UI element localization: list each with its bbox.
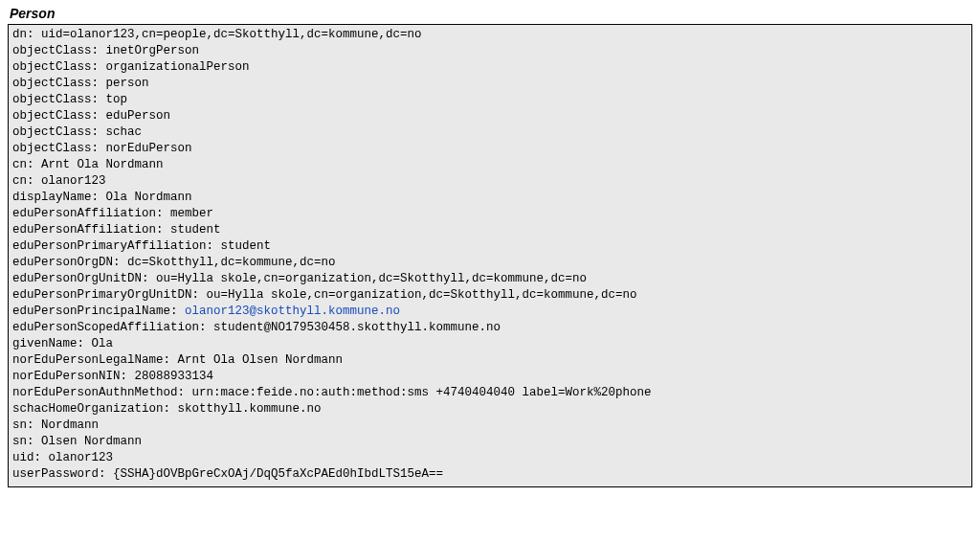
ldif-value: Ola Nordmann: [106, 191, 192, 204]
ldif-value: Arnt Ola Nordmann: [41, 158, 164, 171]
ldif-line: norEduPersonAuthnMethod: urn:mace:feide.…: [12, 385, 968, 401]
ldif-value: eduPerson: [106, 109, 171, 123]
ldif-value: skotthyll.kommune.no: [178, 402, 322, 416]
ldif-line: cn: Arnt Ola Nordmann: [12, 157, 968, 173]
ldif-key: givenName: [12, 337, 78, 350]
ldif-line: eduPersonPrincipalName: olanor123@skotth…: [12, 304, 968, 320]
ldif-line: objectClass: inetOrgPerson: [12, 43, 968, 59]
ldif-key: objectClass: [12, 109, 92, 123]
ldif-value: inetOrgPerson: [106, 44, 200, 57]
ldif-value: Olsen Nordmann: [41, 435, 142, 448]
ldif-line: objectClass: eduPerson: [12, 108, 968, 124]
ldif-line: eduPersonOrgUnitDN: ou=Hylla skole,cn=or…: [12, 271, 968, 287]
ldif-value: olanor123: [49, 451, 114, 464]
ldif-key: eduPersonScopedAffiliation: [12, 321, 199, 334]
ldif-value: student@NO179530458.skotthyll.kommune.no: [213, 321, 501, 334]
ldif-line: norEduPersonLegalName: Arnt Ola Olsen No…: [12, 352, 968, 369]
ldif-key: sn: [12, 435, 27, 448]
ldif-value: urn:mace:feide.no:auth:method:sms +47404…: [192, 386, 652, 399]
ldif-key: userPassword: [12, 467, 99, 481]
ldif-value: student: [170, 223, 221, 237]
ldif-key: displayName: [12, 191, 92, 204]
ldif-line: schacHomeOrganization: skotthyll.kommune…: [12, 401, 968, 418]
ldif-key: objectClass: [12, 93, 92, 106]
ldif-key: eduPersonPrincipalName: [12, 305, 170, 318]
ldif-line: objectClass: organizationalPerson: [12, 59, 968, 76]
ldif-key: eduPersonOrgDN: [12, 256, 113, 269]
ldif-key: objectClass: [12, 60, 92, 74]
ldif-line: uid: olanor123: [12, 450, 968, 466]
ldif-line: norEduPersonNIN: 28088933134: [12, 369, 968, 385]
ldif-value: Arnt Ola Olsen Nordmann: [178, 353, 344, 367]
ldif-key: norEduPersonNIN: [12, 370, 121, 383]
ldif-value: member: [170, 207, 213, 220]
ldif-key: objectClass: [12, 142, 92, 155]
ldif-key: objectClass: [12, 125, 92, 139]
ldif-line: displayName: Ola Nordmann: [12, 190, 968, 206]
ldif-line: eduPersonScopedAffiliation: student@NO17…: [12, 320, 968, 336]
ldif-line: eduPersonPrimaryOrgUnitDN: ou=Hylla skol…: [12, 287, 968, 304]
ldif-value: top: [106, 93, 128, 106]
ldif-line: objectClass: norEduPerson: [12, 141, 968, 157]
ldif-value: 28088933134: [135, 370, 214, 383]
ldif-line: objectClass: top: [12, 92, 968, 108]
ldif-key: eduPersonPrimaryAffiliation: [12, 239, 207, 253]
ldif-line: userPassword: {SSHA}dOVBpGreCxOAj/DqQ5fa…: [12, 466, 968, 483]
ldif-line: eduPersonAffiliation: member: [12, 206, 968, 222]
ldif-value: ou=Hylla skole,cn=organization,dc=Skotth…: [156, 272, 587, 285]
ldif-value: schac: [106, 125, 143, 139]
ldif-value: Ola: [92, 337, 114, 350]
ldif-key: schacHomeOrganization: [12, 402, 164, 416]
section-heading: Person: [10, 6, 972, 21]
ldif-key: dn: [12, 28, 27, 41]
ldif-value: olanor123: [41, 174, 106, 188]
ldif-value: norEduPerson: [106, 142, 192, 155]
ldif-value: person: [106, 77, 149, 90]
ldif-key: eduPersonOrgUnitDN: [12, 272, 142, 285]
ldif-line: objectClass: schac: [12, 124, 968, 141]
ldif-key: objectClass: [12, 44, 92, 57]
ldif-key: eduPersonAffiliation: [12, 223, 156, 237]
ldif-key: objectClass: [12, 77, 92, 90]
ldif-line: eduPersonOrgDN: dc=Skotthyll,dc=kommune,…: [12, 255, 968, 271]
ldif-key: sn: [12, 418, 27, 432]
ldif-line: eduPersonPrimaryAffiliation: student: [12, 238, 968, 255]
ldif-line: cn: olanor123: [12, 173, 968, 190]
ldif-entry-box: dn: uid=olanor123,cn=people,dc=Skotthyll…: [8, 24, 972, 487]
ldif-value: uid=olanor123,cn=people,dc=Skotthyll,dc=…: [41, 28, 422, 41]
ldif-line: objectClass: person: [12, 76, 968, 92]
ldif-key: eduPersonPrimaryOrgUnitDN: [12, 288, 192, 302]
ldif-line: sn: Nordmann: [12, 418, 968, 434]
ldif-key: norEduPersonAuthnMethod: [12, 386, 178, 399]
ldif-value: organizationalPerson: [106, 60, 250, 74]
ldif-line: eduPersonAffiliation: student: [12, 222, 968, 238]
ldif-key: uid: [12, 451, 34, 464]
ldif-value: student: [221, 239, 272, 253]
ldif-line: dn: uid=olanor123,cn=people,dc=Skotthyll…: [12, 27, 968, 43]
ldif-line: givenName: Ola: [12, 336, 968, 352]
ldif-value: dc=Skotthyll,dc=kommune,dc=no: [127, 256, 336, 269]
ldif-value: Nordmann: [41, 418, 99, 432]
ldif-line: sn: Olsen Nordmann: [12, 434, 968, 450]
ldif-value-link[interactable]: olanor123@skotthyll.kommune.no: [185, 305, 400, 318]
ldif-key: cn: [12, 174, 27, 188]
ldif-key: eduPersonAffiliation: [12, 207, 156, 220]
ldif-value: ou=Hylla skole,cn=organization,dc=Skotth…: [207, 288, 637, 302]
ldif-value: {SSHA}dOVBpGreCxOAj/DqQ5faXcPAEd0hIbdLTS…: [113, 467, 443, 481]
ldif-key: norEduPersonLegalName: [12, 353, 164, 367]
ldif-key: cn: [12, 158, 27, 171]
